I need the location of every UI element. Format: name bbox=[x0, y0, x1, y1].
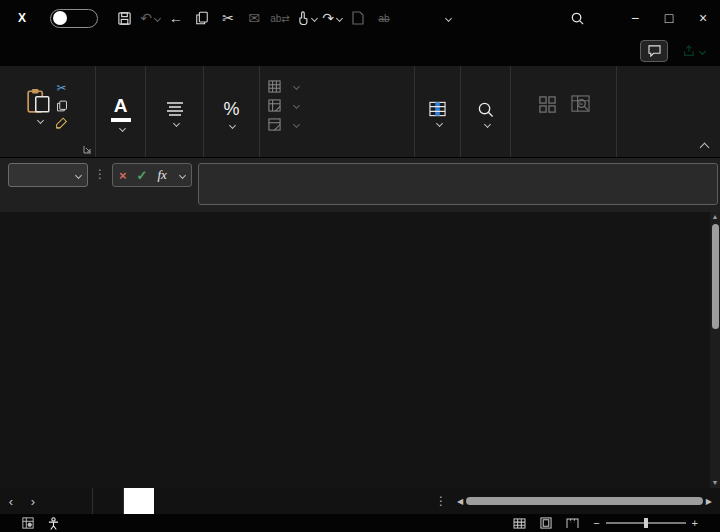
sheet-tab-sheet2[interactable] bbox=[93, 488, 124, 514]
sheetbar-options-icon[interactable]: ⋮ bbox=[425, 494, 457, 508]
paste-button[interactable] bbox=[27, 88, 51, 123]
sheet-tab-sheet3[interactable] bbox=[124, 488, 154, 514]
normal-view-icon[interactable] bbox=[513, 518, 526, 529]
copy-icon[interactable] bbox=[56, 100, 68, 112]
number-button[interactable]: % bbox=[223, 99, 239, 128]
cut-icon[interactable]: ✂ bbox=[216, 6, 240, 30]
enter-icon[interactable]: ✓ bbox=[137, 168, 148, 183]
scroll-down-icon[interactable]: ▼ bbox=[712, 478, 719, 488]
scroll-up-icon[interactable]: ▲ bbox=[712, 212, 719, 222]
ribbon-tab-bar bbox=[0, 36, 720, 66]
paste-icon bbox=[27, 88, 51, 114]
styles-group bbox=[260, 66, 415, 157]
formula-input[interactable] bbox=[198, 163, 718, 205]
clipboard-dialog-launcher-icon[interactable] bbox=[83, 145, 92, 154]
redo-icon[interactable]: ↷ bbox=[320, 6, 344, 30]
font-icon: A bbox=[114, 96, 128, 116]
clipboard-group-label bbox=[0, 140, 95, 157]
save-icon[interactable] bbox=[112, 6, 136, 30]
format-painter-icon[interactable] bbox=[55, 117, 68, 129]
ribbon: ✂ bbox=[0, 66, 720, 158]
tab-developer[interactable] bbox=[190, 45, 210, 57]
font-button[interactable]: A bbox=[111, 96, 131, 131]
editing-icon bbox=[477, 101, 494, 118]
tab-page-layout[interactable] bbox=[90, 45, 110, 57]
cells-button[interactable] bbox=[429, 101, 446, 126]
clipboard-group: ✂ bbox=[0, 66, 96, 157]
zoom-slider[interactable] bbox=[606, 522, 686, 524]
scroll-left-icon[interactable]: ◀ bbox=[457, 497, 463, 506]
collapse-ribbon-icon[interactable] bbox=[700, 143, 710, 153]
alignment-group bbox=[146, 66, 204, 157]
font-underline-bar bbox=[111, 118, 131, 122]
share-button[interactable] bbox=[674, 40, 712, 62]
analyze-data-icon bbox=[571, 95, 590, 114]
copy-icon[interactable] bbox=[190, 6, 214, 30]
formula-buttons: × ✓ fx bbox=[112, 163, 192, 187]
sheet-nav-left-icon[interactable]: ‹ bbox=[0, 494, 22, 509]
tab-insert[interactable] bbox=[30, 45, 50, 57]
font-group: A bbox=[96, 66, 146, 157]
maximize-button[interactable]: □ bbox=[652, 3, 686, 33]
tab-home[interactable] bbox=[50, 45, 70, 57]
tab-view[interactable] bbox=[170, 45, 190, 57]
macro-record-icon[interactable] bbox=[22, 517, 34, 529]
format-as-table-button[interactable] bbox=[268, 99, 299, 112]
close-button[interactable]: × bbox=[686, 3, 720, 33]
horizontal-scrollbar[interactable]: ◀ ▶ bbox=[457, 494, 712, 508]
percent-icon: % bbox=[223, 99, 239, 119]
excel-logo-icon[interactable]: X bbox=[12, 8, 32, 28]
zoom-out-icon[interactable]: − bbox=[593, 517, 599, 529]
page-break-view-icon[interactable] bbox=[566, 518, 579, 529]
undo-icon[interactable]: ↶ bbox=[138, 6, 162, 30]
tab-file[interactable] bbox=[10, 45, 30, 57]
mail-icon: ✉ bbox=[242, 6, 266, 30]
title-bar: X ↶ ← ✂ ✉ ab⇄ ↷ bbox=[0, 0, 720, 36]
comments-button[interactable] bbox=[640, 40, 668, 62]
autosave-toggle[interactable] bbox=[50, 9, 98, 28]
tab-draw[interactable] bbox=[70, 45, 90, 57]
tab-data[interactable] bbox=[130, 45, 150, 57]
zoom-slider-thumb[interactable] bbox=[644, 518, 648, 528]
minimize-button[interactable]: − bbox=[618, 3, 652, 33]
alignment-button[interactable] bbox=[166, 101, 184, 126]
strikethrough-icon: ab bbox=[372, 6, 396, 30]
back-arrow-icon[interactable]: ← bbox=[164, 6, 188, 30]
ribbon-filler bbox=[617, 66, 720, 157]
sheet-tab-bar: ‹ › ⋮ ◀ ▶ bbox=[0, 488, 720, 514]
name-box[interactable] bbox=[8, 163, 88, 187]
horizontal-scrollbar-thumb[interactable] bbox=[466, 497, 703, 505]
sheet-tab-sheet1[interactable] bbox=[62, 488, 93, 514]
replace-icon: ab⇄ bbox=[268, 6, 292, 30]
sheet-nav-right-icon[interactable]: › bbox=[22, 494, 44, 509]
status-bar: − + bbox=[0, 514, 720, 532]
search-icon[interactable] bbox=[560, 3, 594, 33]
conditional-formatting-icon bbox=[268, 80, 281, 93]
vertical-scrollbar-thumb[interactable] bbox=[712, 224, 719, 329]
formula-bar: ⋮ × ✓ fx bbox=[0, 158, 720, 212]
tab-formulas[interactable] bbox=[110, 45, 130, 57]
vertical-scrollbar[interactable]: ▲ ▼ bbox=[710, 212, 720, 488]
page-layout-view-icon[interactable] bbox=[540, 517, 552, 529]
insert-function-icon[interactable]: fx bbox=[158, 167, 167, 183]
formula-bar-divider: ⋮ bbox=[94, 167, 106, 181]
cancel-icon[interactable]: × bbox=[119, 168, 127, 183]
zoom-in-icon[interactable]: + bbox=[692, 517, 698, 529]
conditional-formatting-button[interactable] bbox=[268, 80, 299, 93]
styles-group-label bbox=[260, 140, 414, 157]
document-title[interactable] bbox=[436, 16, 451, 21]
accessibility-status[interactable] bbox=[48, 517, 64, 530]
tab-power-pivot[interactable] bbox=[230, 45, 250, 57]
number-group: % bbox=[204, 66, 260, 157]
tab-review[interactable] bbox=[150, 45, 170, 57]
scroll-right-icon[interactable]: ▶ bbox=[706, 497, 712, 506]
cut-icon[interactable]: ✂ bbox=[56, 81, 66, 95]
editing-button[interactable] bbox=[477, 101, 494, 127]
touch-mode-icon[interactable] bbox=[294, 6, 318, 30]
spreadsheet-grid bbox=[0, 212, 710, 488]
tab-help[interactable] bbox=[210, 45, 230, 57]
cell-styles-button[interactable] bbox=[268, 118, 299, 131]
addins-group-label bbox=[511, 140, 616, 157]
qat-overflow-icon[interactable] bbox=[398, 6, 422, 30]
cells-group bbox=[415, 66, 461, 157]
